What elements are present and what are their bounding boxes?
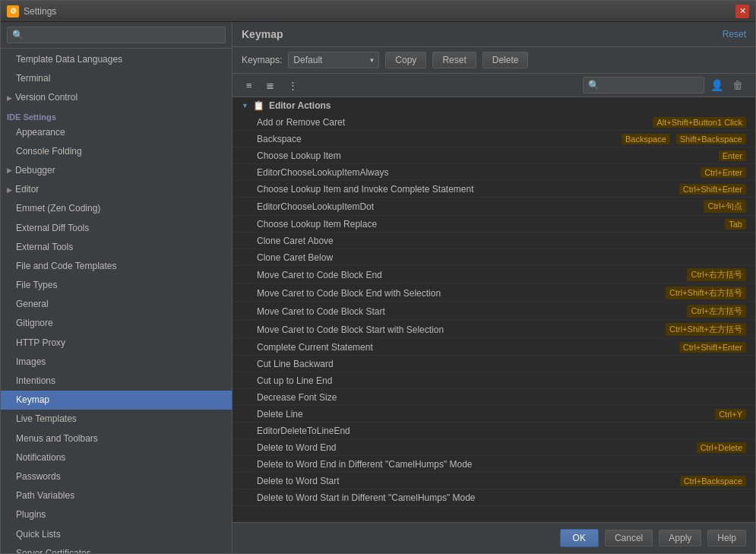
action-row[interactable]: Delete to Word End Ctrl+Delete: [232, 439, 755, 456]
sidebar-section-ide-settings: IDE Settings: [1, 108, 232, 123]
reset-link[interactable]: Reset: [723, 29, 746, 40]
sidebar-item-general[interactable]: General: [1, 295, 232, 314]
shortcut-group: Ctrl+Y: [712, 409, 746, 419]
sidebar-item-terminal[interactable]: Terminal: [1, 69, 232, 88]
shortcut-group: Ctrl+左方括号: [684, 305, 746, 318]
keymap-select-wrapper: Default Eclipse Emacs NetBeans Visual St…: [288, 52, 379, 68]
arrow-icon: ▶: [7, 165, 12, 176]
sidebar-item-template-data-languages[interactable]: Template Data Languages: [1, 50, 232, 69]
shortcut-group: Enter: [716, 150, 746, 161]
section-row-editor-actions[interactable]: ▼ 📋 Editor Actions: [232, 97, 755, 114]
settings-window: ⚙ Settings ✕ Template Data Languages Ter…: [0, 0, 756, 554]
page-title: Keymap: [242, 28, 283, 40]
sidebar-item-notifications[interactable]: Notifications: [1, 448, 232, 467]
arrow-icon: ▶: [7, 185, 12, 195]
action-row[interactable]: Decrease Font Size: [232, 389, 755, 406]
sidebar-item-passwords[interactable]: Passwords: [1, 467, 232, 486]
shortcut-group: Ctrl+Delete: [694, 442, 746, 453]
sidebar-item-intentions[interactable]: Intentions: [1, 372, 232, 391]
shortcut-group: Alt+Shift+Button1 Click: [650, 117, 746, 128]
shortcut-group: Tab: [722, 219, 746, 230]
action-row[interactable]: Backspace Backspace Shift+Backspace: [232, 131, 755, 147]
reset-button[interactable]: Reset: [432, 52, 476, 68]
action-row[interactable]: Move Caret to Code Block End Ctrl+右方括号: [232, 266, 755, 284]
apply-button[interactable]: Apply: [659, 530, 701, 546]
shortcut-group: Ctrl+右方括号: [684, 268, 746, 281]
copy-button[interactable]: Copy: [385, 52, 426, 68]
sidebar-item-live-templates[interactable]: Live Templates: [1, 410, 232, 429]
title-bar: ⚙ Settings ✕: [1, 1, 755, 22]
shortcut-group: Ctrl+Shift+右方括号: [663, 286, 746, 299]
help-button[interactable]: Help: [707, 530, 746, 546]
action-row[interactable]: Add or Remove Caret Alt+Shift+Button1 Cl…: [232, 114, 755, 131]
expand-all-button[interactable]: ≡: [242, 78, 257, 93]
window-title: Settings: [24, 6, 735, 17]
action-row[interactable]: Delete to Word Start Ctrl+Backspace: [232, 473, 755, 489]
action-row[interactable]: Move Caret to Code Block End with Select…: [232, 284, 755, 302]
keymap-select[interactable]: Default Eclipse Emacs NetBeans Visual St…: [288, 52, 379, 68]
shortcut-group: Ctrl+Shift+Enter: [676, 184, 746, 195]
user-icon-button[interactable]: 👤: [707, 78, 726, 93]
sidebar-item-console-folding[interactable]: Console Folding: [1, 142, 232, 161]
sidebar-item-editor[interactable]: ▶ Editor: [1, 180, 232, 199]
trash-icon-button[interactable]: 🗑: [729, 78, 746, 93]
action-row[interactable]: Choose Lookup Item and Invoke Complete S…: [232, 181, 755, 198]
toolbar-left: ≡ ≣ ⋮: [242, 78, 302, 93]
sidebar-item-http-proxy[interactable]: HTTP Proxy: [1, 334, 232, 353]
action-row[interactable]: Clone Caret Below: [232, 249, 755, 266]
sidebar-item-menus-and-toolbars[interactable]: Menus and Toolbars: [1, 429, 232, 448]
action-row[interactable]: Clone Caret Above: [232, 233, 755, 249]
sidebar-item-path-variables[interactable]: Path Variables: [1, 486, 232, 505]
cancel-button[interactable]: Cancel: [605, 530, 653, 546]
sidebar-item-version-control[interactable]: ▶ Version Control: [1, 88, 232, 107]
sidebar-item-plugins[interactable]: Plugins: [1, 505, 232, 524]
sidebar-item-external-tools[interactable]: External Tools: [1, 238, 232, 257]
close-button[interactable]: ✕: [735, 5, 749, 18]
shortcut-group: Ctrl+Enter: [697, 167, 746, 178]
action-row[interactable]: Delete Line Ctrl+Y: [232, 406, 755, 423]
ok-button[interactable]: OK: [560, 529, 599, 547]
sidebar-item-keymap[interactable]: Keymap: [1, 391, 232, 410]
sidebar-item-quick-lists[interactable]: Quick Lists: [1, 525, 232, 544]
arrow-icon: ▶: [7, 93, 12, 103]
sidebar-list: Template Data Languages Terminal ▶ Versi…: [1, 49, 232, 553]
section-folder-icon: 📋: [253, 100, 264, 111]
action-row[interactable]: Cut Line Backward: [232, 356, 755, 372]
action-row[interactable]: Delete to Word Start in Different "Camel…: [232, 489, 755, 506]
action-row[interactable]: Choose Lookup Item Enter: [232, 147, 755, 164]
sidebar-item-file-types[interactable]: File Types: [1, 276, 232, 295]
sidebar: Template Data Languages Terminal ▶ Versi…: [1, 22, 232, 553]
sidebar-item-gitignore[interactable]: Gitignore: [1, 314, 232, 333]
action-row[interactable]: EditorDeleteToLineEnd: [232, 423, 755, 439]
keymap-search-input[interactable]: [583, 77, 704, 93]
sidebar-search-input[interactable]: [7, 27, 226, 43]
bottom-bar: OK Cancel Apply Help: [232, 522, 755, 553]
collapse-all-button[interactable]: ≣: [261, 78, 279, 93]
action-row[interactable]: EditorChooseLookupItemAlways Ctrl+Enter: [232, 164, 755, 181]
sidebar-item-file-and-code-templates[interactable]: File and Code Templates: [1, 257, 232, 276]
shortcut-group: Backspace Shift+Backspace: [618, 134, 746, 144]
action-row[interactable]: Delete to Word End in Different "CamelHu…: [232, 456, 755, 473]
sidebar-item-emmet[interactable]: Emmet (Zen Coding): [1, 199, 232, 218]
sidebar-item-external-diff-tools[interactable]: External Diff Tools: [1, 219, 232, 238]
sidebar-item-images[interactable]: Images: [1, 353, 232, 372]
search-right: 👤 🗑: [583, 77, 746, 93]
shortcut-group: Ctrl+Backspace: [677, 476, 746, 486]
shortcut-group: Ctrl+Shift+左方括号: [663, 323, 746, 336]
action-row[interactable]: Move Caret to Code Block Start with Sele…: [232, 321, 755, 339]
delete-button[interactable]: Delete: [482, 52, 529, 68]
main-panel: Keymap Reset Keymaps: Default Eclipse Em…: [232, 22, 755, 553]
action-row[interactable]: Choose Lookup Item Replace Tab: [232, 216, 755, 233]
keymap-bar: Keymaps: Default Eclipse Emacs NetBeans …: [232, 47, 755, 74]
toolbar-bar: ≡ ≣ ⋮ 👤 🗑: [232, 74, 755, 97]
action-row[interactable]: EditorChooseLookupItemDot Ctrl+句点: [232, 198, 755, 216]
sidebar-item-server-certificates[interactable]: Server Certificates: [1, 544, 232, 553]
sidebar-item-label: Version Control: [15, 90, 77, 105]
sidebar-item-debugger[interactable]: ▶ Debugger: [1, 161, 232, 180]
sidebar-item-label: Debugger: [15, 163, 55, 178]
action-row[interactable]: Move Caret to Code Block Start Ctrl+左方括号: [232, 302, 755, 321]
action-row[interactable]: Cut up to Line End: [232, 372, 755, 389]
filter-button[interactable]: ⋮: [283, 78, 302, 93]
action-row[interactable]: Complete Current Statement Ctrl+Shift+En…: [232, 339, 755, 356]
sidebar-item-appearance[interactable]: Appearance: [1, 123, 232, 142]
